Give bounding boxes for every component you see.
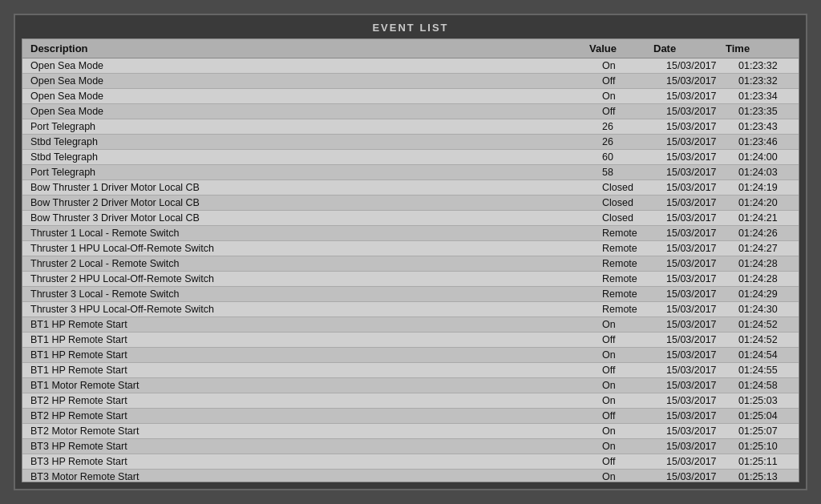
row-description: BT2 Motor Remote Start — [22, 425, 602, 437]
row-date: 15/03/2017 — [666, 212, 738, 224]
row-value: On — [602, 60, 666, 71]
row-date: 15/03/2017 — [666, 365, 738, 376]
row-time: 01:25:13 — [738, 471, 799, 482]
row-date: 15/03/2017 — [666, 60, 738, 71]
row-description: Open Sea Mode — [22, 60, 602, 71]
row-date: 15/03/2017 — [666, 243, 738, 254]
table-row: BT3 HP Remote StartOn15/03/201701:25:10 — [22, 439, 799, 454]
table-row: BT1 HP Remote StartOff15/03/201701:24:52 — [22, 333, 799, 348]
row-time: 01:24:20 — [738, 197, 799, 208]
row-value: Off — [602, 410, 666, 421]
header-time: Time — [726, 42, 786, 54]
row-description: BT1 Motor Remote Start — [22, 380, 602, 391]
row-description: Thruster 2 HPU Local-Off-Remote Switch — [22, 273, 602, 284]
table-row: BT1 HP Remote StartOff15/03/201701:24:55 — [22, 363, 799, 378]
row-value: Remote — [602, 304, 666, 315]
table-row: Thruster 2 Local - Remote SwitchRemote15… — [22, 256, 799, 272]
row-time: 01:25:03 — [738, 395, 799, 406]
row-date: 15/03/2017 — [666, 410, 738, 421]
row-time: 01:24:27 — [738, 243, 799, 254]
row-value: On — [602, 471, 666, 482]
row-date: 15/03/2017 — [666, 380, 738, 391]
row-time: 01:23:43 — [738, 121, 799, 132]
table-row: BT2 HP Remote StartOff15/03/201701:25:04 — [22, 409, 799, 424]
row-time: 01:24:52 — [738, 334, 799, 345]
table-row: Thruster 2 HPU Local-Off-Remote SwitchRe… — [22, 272, 799, 287]
row-time: 01:23:35 — [738, 106, 799, 117]
row-date: 15/03/2017 — [666, 182, 738, 193]
row-time: 01:24:55 — [738, 365, 799, 376]
row-date: 15/03/2017 — [666, 197, 738, 208]
row-description: Bow Thruster 2 Driver Motor Local CB — [22, 197, 602, 208]
row-time: 01:24:30 — [738, 304, 799, 315]
table-row: BT1 Motor Remote StartOn15/03/201701:24:… — [22, 378, 799, 393]
row-description: Thruster 2 Local - Remote Switch — [22, 258, 602, 269]
row-date: 15/03/2017 — [666, 304, 738, 315]
table-row: BT1 HP Remote StartOn15/03/201701:24:52 — [22, 317, 799, 333]
table-row: Bow Thruster 2 Driver Motor Local CBClos… — [22, 196, 799, 211]
table-row: Open Sea ModeOn15/03/201701:23:32 — [22, 58, 799, 74]
row-value: Off — [602, 334, 666, 345]
row-time: 01:25:04 — [738, 410, 799, 421]
row-value: Closed — [602, 197, 666, 208]
row-value: On — [602, 395, 666, 406]
row-value: On — [602, 319, 666, 330]
row-value: On — [602, 425, 666, 437]
row-time: 01:24:19 — [738, 182, 799, 193]
row-description: Port Telegraph — [22, 121, 602, 132]
event-table: Description Value Date Time Open Sea Mod… — [22, 38, 799, 482]
row-time: 01:24:54 — [738, 349, 799, 361]
table-row: Open Sea ModeOff15/03/201701:23:35 — [22, 104, 799, 119]
row-description: BT2 HP Remote Start — [22, 410, 602, 421]
header-value: Value — [589, 42, 653, 54]
row-description: Thruster 3 HPU Local-Off-Remote Switch — [22, 304, 602, 315]
row-time: 01:24:03 — [738, 167, 799, 178]
row-time: 01:25:10 — [738, 441, 799, 452]
row-time: 01:24:28 — [738, 258, 799, 269]
table-row: BT3 Motor Remote StartOn15/03/201701:25:… — [22, 470, 799, 482]
row-date: 15/03/2017 — [666, 471, 738, 482]
table-body[interactable]: Open Sea ModeOn15/03/201701:23:32Open Se… — [22, 58, 799, 482]
row-value: On — [602, 380, 666, 391]
row-date: 15/03/2017 — [666, 75, 738, 87]
row-time: 01:24:29 — [738, 288, 799, 300]
row-date: 15/03/2017 — [666, 228, 738, 239]
row-description: Port Telegraph — [22, 167, 602, 178]
row-value: Closed — [602, 212, 666, 224]
row-value: On — [602, 349, 666, 361]
row-description: BT3 Motor Remote Start — [22, 471, 602, 482]
row-time: 01:24:00 — [738, 151, 799, 163]
row-description: Stbd Telegraph — [22, 136, 602, 147]
table-row: Open Sea ModeOn15/03/201701:23:34 — [22, 89, 799, 104]
table-row: Thruster 3 Local - Remote SwitchRemote15… — [22, 287, 799, 302]
row-time: 01:24:28 — [738, 273, 799, 284]
row-value: Remote — [602, 228, 666, 239]
table-row: BT2 Motor Remote StartOn15/03/201701:25:… — [22, 424, 799, 439]
main-container: EVENT LIST Description Value Date Time O… — [14, 14, 807, 490]
row-time: 01:23:46 — [738, 136, 799, 147]
row-time: 01:24:26 — [738, 228, 799, 239]
row-value: Closed — [602, 182, 666, 193]
row-description: Thruster 1 HPU Local-Off-Remote Switch — [22, 243, 602, 254]
table-row: Thruster 3 HPU Local-Off-Remote SwitchRe… — [22, 302, 799, 317]
row-value: Off — [602, 456, 666, 467]
header-date: Date — [653, 42, 726, 54]
row-time: 01:23:34 — [738, 91, 799, 102]
row-description: BT3 HP Remote Start — [22, 441, 602, 452]
row-time: 01:24:52 — [738, 319, 799, 330]
row-value: Off — [602, 106, 666, 117]
row-value: On — [602, 91, 666, 102]
row-date: 15/03/2017 — [666, 319, 738, 330]
table-row: Bow Thruster 1 Driver Motor Local CBClos… — [22, 180, 799, 196]
row-date: 15/03/2017 — [666, 273, 738, 284]
row-date: 15/03/2017 — [666, 334, 738, 345]
row-description: BT1 HP Remote Start — [22, 349, 602, 361]
row-date: 15/03/2017 — [666, 456, 738, 467]
row-date: 15/03/2017 — [666, 425, 738, 437]
row-value: Off — [602, 75, 666, 87]
table-row: BT1 HP Remote StartOn15/03/201701:24:54 — [22, 348, 799, 363]
table-row: Thruster 1 Local - Remote SwitchRemote15… — [22, 226, 799, 241]
row-date: 15/03/2017 — [666, 441, 738, 452]
table-row: Thruster 1 HPU Local-Off-Remote SwitchRe… — [22, 241, 799, 256]
row-date: 15/03/2017 — [666, 106, 738, 117]
